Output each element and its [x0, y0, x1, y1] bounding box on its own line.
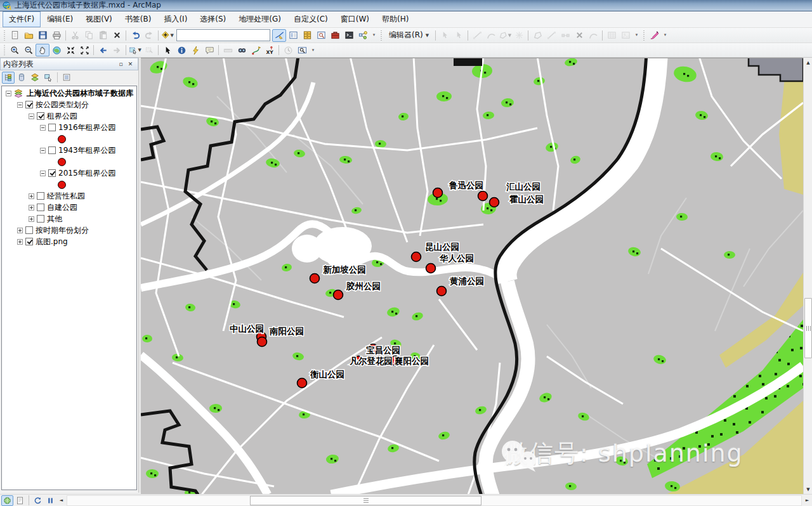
- menu-item-2[interactable]: 编辑(E): [41, 11, 79, 27]
- fixed-zoom-in-button[interactable]: [63, 44, 77, 56]
- create-viewer-window-button[interactable]: [295, 44, 309, 56]
- expand-icon[interactable]: [29, 205, 34, 211]
- menu-item-5[interactable]: 插入(I): [157, 11, 193, 27]
- menu-item-8[interactable]: 自定义(C): [287, 11, 334, 27]
- highlight-tool-button[interactable]: [647, 29, 661, 42]
- toolbar-overflow-button[interactable]: ▾: [633, 30, 640, 41]
- collapse-icon[interactable]: [6, 91, 11, 96]
- park-point-汇山公园[interactable]: [478, 191, 488, 201]
- scroll-left-button[interactable]: ◄: [56, 495, 66, 506]
- editor-menu-button[interactable]: 编辑器(R)▼: [384, 29, 433, 42]
- layer-visibility-checkbox[interactable]: [48, 169, 56, 177]
- go-to-xy-button[interactable]: XY: [263, 44, 277, 56]
- toc-options-button[interactable]: [60, 72, 73, 84]
- expand-icon[interactable]: [17, 228, 23, 233]
- layer-visibility-checkbox[interactable]: [25, 238, 33, 245]
- expand-icon[interactable]: [17, 239, 23, 245]
- menu-item-1[interactable]: 文件(F): [3, 11, 41, 27]
- html-popup-tool[interactable]: [202, 44, 216, 56]
- toolbar-overflow-button[interactable]: ▾: [370, 30, 377, 41]
- print-button[interactable]: [49, 29, 63, 42]
- select-features-button[interactable]: ▼: [128, 44, 142, 56]
- layer-label[interactable]: 1943年租界公园: [58, 145, 116, 156]
- toolbar-grip[interactable]: [379, 30, 383, 41]
- pause-drawing-button[interactable]: [44, 495, 56, 506]
- toc-float-button[interactable]: ▫: [116, 60, 126, 68]
- back-extent-button[interactable]: [96, 44, 110, 56]
- edit-sketch-toggle[interactable]: [272, 29, 286, 42]
- toolbar-overflow-button[interactable]: ▾: [310, 44, 317, 56]
- layer-visibility-checkbox[interactable]: [48, 146, 56, 154]
- layer-label[interactable]: 经营性私园: [47, 191, 85, 202]
- search-window-button[interactable]: [314, 29, 328, 42]
- layer-label[interactable]: 自建公园: [47, 202, 77, 213]
- collapse-icon[interactable]: [29, 114, 34, 119]
- layer-label[interactable]: 底图.png: [36, 237, 68, 247]
- layer-visibility-checkbox[interactable]: [37, 192, 44, 200]
- collapse-icon[interactable]: [40, 148, 46, 153]
- save-button[interactable]: [36, 29, 49, 42]
- layer-visibility-checkbox[interactable]: [25, 226, 33, 234]
- python-window-button[interactable]: [342, 29, 356, 42]
- scroll-down-button[interactable]: ▼: [804, 484, 812, 494]
- zoom-in-tool[interactable]: [8, 44, 22, 56]
- scroll-up-button[interactable]: ▲: [804, 58, 812, 67]
- delete-button[interactable]: [110, 29, 124, 42]
- collapse-icon[interactable]: [17, 102, 23, 108]
- toolbar-grip[interactable]: [642, 30, 646, 41]
- refresh-view-button[interactable]: [32, 495, 44, 506]
- menu-item-6[interactable]: 选择(S): [193, 11, 232, 27]
- park-point-霍山公园[interactable]: [490, 198, 499, 207]
- find-route-button[interactable]: [249, 44, 263, 56]
- identify-tool[interactable]: [174, 44, 188, 56]
- select-elements-tool[interactable]: [160, 44, 174, 56]
- pan-tool[interactable]: [36, 44, 49, 56]
- list-by-drawing-order-button[interactable]: [2, 72, 15, 84]
- layer-visibility-checkbox[interactable]: [48, 124, 56, 131]
- data-view-button[interactable]: [1, 495, 13, 506]
- arctoolbox-button[interactable]: [328, 29, 342, 42]
- toc-close-button[interactable]: ✕: [126, 60, 135, 68]
- find-button[interactable]: [235, 44, 249, 56]
- collapse-icon[interactable]: [40, 125, 46, 131]
- vertical-scroll-thumb[interactable]: [804, 298, 812, 358]
- toolbar-grip[interactable]: [3, 45, 6, 55]
- full-extent-button[interactable]: [49, 44, 63, 56]
- layer-visibility-checkbox[interactable]: [25, 101, 33, 108]
- modelbuilder-button[interactable]: [356, 29, 370, 42]
- park-point-昆山公园[interactable]: [412, 252, 421, 262]
- menu-item-10[interactable]: 帮助(H): [376, 11, 415, 27]
- open-map-button[interactable]: [22, 29, 36, 42]
- horizontal-scroll-thumb[interactable]: [250, 496, 481, 505]
- menu-item-3[interactable]: 视图(V): [79, 11, 119, 27]
- expand-icon[interactable]: [29, 193, 34, 199]
- layer-label[interactable]: 租界公园: [47, 111, 77, 122]
- toolbar-grip[interactable]: [3, 30, 6, 41]
- map-scale-combo[interactable]: ▼: [176, 29, 270, 41]
- map-scale-input[interactable]: [177, 30, 273, 40]
- hyperlink-tool[interactable]: [188, 44, 202, 56]
- menu-item-9[interactable]: 窗口(W): [334, 11, 376, 27]
- new-map-button[interactable]: [8, 29, 22, 42]
- layer-label[interactable]: 按时期年份划分: [36, 225, 89, 236]
- park-point-胶州公园[interactable]: [334, 290, 343, 300]
- layer-label[interactable]: 按公园类型划分: [36, 100, 89, 110]
- park-point-衡山公园[interactable]: [298, 379, 307, 388]
- catalog-window-button[interactable]: [300, 29, 314, 42]
- layer-visibility-checkbox[interactable]: [37, 204, 44, 211]
- park-point-鲁迅公园[interactable]: [433, 188, 443, 198]
- map-vertical-scrollbar[interactable]: ▲ ▼: [803, 58, 812, 494]
- layer-visibility-checkbox[interactable]: [37, 215, 44, 223]
- park-point-华人公园[interactable]: [426, 264, 436, 273]
- layer-label[interactable]: 上海近代公共园林市域子数据库: [27, 88, 133, 99]
- layout-view-button[interactable]: [14, 495, 26, 506]
- toc-window-button[interactable]: [286, 29, 300, 42]
- layer-visibility-checkbox[interactable]: [37, 112, 44, 120]
- toolbar-overflow-button[interactable]: ▾: [662, 30, 669, 41]
- list-by-selection-button[interactable]: [42, 72, 55, 84]
- menu-item-4[interactable]: 书签(B): [119, 11, 158, 27]
- menu-item-7[interactable]: 地理处理(G): [232, 11, 287, 27]
- park-point-黄浦公园[interactable]: [437, 287, 447, 296]
- list-by-source-button[interactable]: [15, 72, 28, 84]
- add-data-button[interactable]: ▼: [160, 29, 174, 42]
